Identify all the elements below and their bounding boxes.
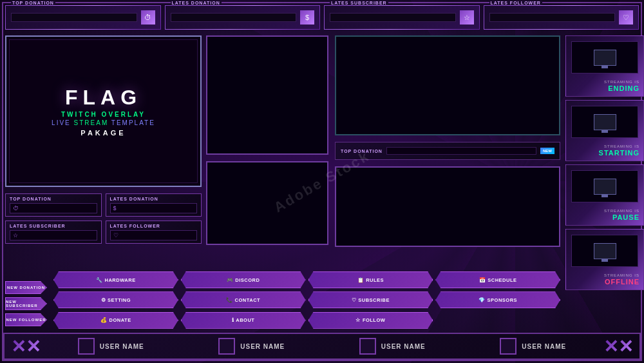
small-stat-label-0: TOP DONATION <box>10 197 97 201</box>
top-bars: TOP DONATION ⏱ LATES DONATION $ LATES SU… <box>5 5 639 30</box>
user-avatar-3 <box>359 338 376 355</box>
user-slot-4: USER NAME <box>500 338 566 355</box>
wrench-icon: 🔧 <box>96 277 103 283</box>
dollar-icon: $ <box>113 205 117 211</box>
new-badge-follower: NEW FOLLOWER <box>5 313 47 326</box>
schedule-icon: 📅 <box>479 277 486 283</box>
left-main-panel: FLAG TWITCH OVERLAY LIVE STREAM TEMPLATE… <box>5 35 202 187</box>
small-stat-lates-donation: LATES DONATION $ <box>106 193 202 217</box>
stat-bar-lates-follower: LATES FOLLOWER ♡ <box>484 5 639 30</box>
user-name-3: USER NAME <box>381 343 426 350</box>
new-badge-donation: NEW DONATION <box>5 281 47 294</box>
top-donation-new-badge: NEW <box>540 148 554 154</box>
stat-bar-icon-2: ☆ <box>460 10 474 25</box>
nav-btn-about-label: ABOUT <box>236 317 254 323</box>
new-badges-column: NEW DONATION NEW SUBSCRIBER NEW FOLLOWER <box>5 281 52 329</box>
top-donation-bar-label: TOP DONATION <box>341 149 383 153</box>
flag-line3: PAKAGE <box>52 129 155 137</box>
nav-btn-contact-label: CONTACT <box>235 297 261 303</box>
nav-btn-sponsors-label: SPONSORS <box>488 297 518 303</box>
offline-screen <box>571 235 638 267</box>
nav-btn-follow-label: FOLLOW <box>363 317 386 323</box>
flag-title: FLAG <box>52 86 155 110</box>
heart-sub-icon: ♡ <box>352 297 357 303</box>
flag-line2: LIVE STREAM TEMPLATE <box>52 119 155 126</box>
small-stats-row-1: TOP DONATION ⏱ LATES DONATION $ <box>5 193 202 217</box>
flag-line1: TWITCH OVERLAY <box>52 111 155 118</box>
streaming-offline-panel: STREAMING IS OFFLINE <box>565 229 644 290</box>
nav-btn-schedule[interactable]: 📅 SCHEDULE <box>435 271 560 288</box>
user-slot-2: USER NAME <box>218 338 285 355</box>
nav-btn-discord[interactable]: 🎮 DISCORD <box>181 271 306 288</box>
streaming-label-2: STREAMING IS <box>604 209 639 213</box>
streaming-ending-panel: STREAMING IS ENDING <box>565 35 644 97</box>
middle-panel-top <box>206 35 328 155</box>
nav-btn-discord-label: DISCORD <box>235 277 260 283</box>
nav-btn-hardware-label: HARDWARE <box>105 277 136 283</box>
starting-screen <box>571 106 638 138</box>
user-name-4: USER NAME <box>522 343 566 350</box>
star-follow-icon: ☆ <box>355 317 361 323</box>
monitor-icon-3 <box>594 179 616 195</box>
monitor-icon <box>594 50 616 66</box>
nav-buttons-grid: 🔧 HARDWARE 🎮 DISCORD 📋 RULES 📅 SCHEDULE … <box>53 271 560 329</box>
heart-icon: ♡ <box>113 232 118 239</box>
small-stat-input-2: ☆ <box>10 230 97 240</box>
nav-btn-sponsors[interactable]: 💎 SPONSORS <box>435 291 560 308</box>
nav-btn-about[interactable]: ℹ ABOUT <box>181 312 306 329</box>
nav-btn-hardware[interactable]: 🔧 HARDWARE <box>53 271 178 288</box>
user-avatar-2 <box>218 338 235 355</box>
info-icon: ℹ <box>232 317 234 323</box>
rules-icon: 📋 <box>357 277 365 283</box>
user-slot-1: USER NAME <box>78 338 144 355</box>
user-avatar-1 <box>78 338 95 355</box>
small-stat-label-1: LATES DONATION <box>110 197 198 201</box>
middle-panel-bottom <box>206 161 328 245</box>
stat-bar-inner-0 <box>11 13 137 22</box>
stat-bar-label-3: LATES FOLLOWER <box>489 1 542 5</box>
streaming-label-0: STREAMING IS <box>604 80 639 84</box>
star-icon: ☆ <box>13 232 18 239</box>
user-name-2: USER NAME <box>240 343 285 350</box>
diamond-icon: 💎 <box>478 297 486 303</box>
discord-icon: 🎮 <box>227 277 234 283</box>
top-donation-bar: TOP DONATION NEW <box>335 142 560 160</box>
phone-icon: 📞 <box>226 297 233 303</box>
stat-bar-inner-2 <box>330 13 456 22</box>
stat-bar-label-2: LATES SUBSCRIBER <box>330 1 388 5</box>
right-main-display <box>335 35 560 135</box>
right-main-display-2 <box>335 166 560 247</box>
user-avatar-4 <box>500 338 516 355</box>
nav-btn-contact[interactable]: 📞 CONTACT <box>181 291 306 308</box>
pause-screen <box>571 170 638 202</box>
small-stat-lates-subscriber: LATES SUBSCRIBER ☆ <box>5 221 102 244</box>
nav-btn-rules[interactable]: 📋 RULES <box>308 271 433 288</box>
small-stat-label-3: LATES FOLLOWER <box>110 224 198 228</box>
nav-btn-follow[interactable]: ☆ FOLLOW <box>308 312 433 329</box>
small-stat-input-0: ⏱ <box>10 203 97 213</box>
streaming-status-offline: OFFLINE <box>605 278 639 286</box>
flag-text: FLAG TWITCH OVERLAY LIVE STREAM TEMPLATE… <box>52 86 155 137</box>
donate-icon: 💰 <box>100 317 108 323</box>
nav-btn-setting[interactable]: ⚙ SETTING <box>53 291 178 308</box>
user-slot-3: USER NAME <box>359 338 426 355</box>
nav-btn-setting-label: SETTING <box>108 297 131 303</box>
streaming-pause-panel: STREAMING IS PAUSE <box>565 164 644 226</box>
streaming-status-ending: ENDING <box>608 84 639 92</box>
deco-x-right: ✕✕ <box>603 336 633 357</box>
small-stat-input-3: ♡ <box>110 230 198 240</box>
small-stats: TOP DONATION ⏱ LATES DONATION $ LATES SU… <box>5 193 202 248</box>
stat-bar-label-1: LATES DONATION <box>171 1 222 5</box>
stat-bar-lates-subscriber: LATES SUBSCRIBER ☆ <box>324 5 480 30</box>
streaming-label-3: STREAMING IS <box>604 273 639 278</box>
streaming-status-pause: PAUSE <box>612 213 639 221</box>
deco-x-left: ✕✕ <box>11 336 41 357</box>
stat-bar-icon-1: $ <box>300 10 314 25</box>
stat-bar-icon-3: ♡ <box>619 10 633 25</box>
far-right-panels: STREAMING IS ENDING STREAMING IS STARTIN… <box>565 35 644 293</box>
nav-btn-donate[interactable]: 💰 DONATE <box>53 312 178 329</box>
streaming-status-starting: STARTING <box>599 149 639 157</box>
gear-icon: ⚙ <box>101 297 106 303</box>
nav-btn-schedule-label: SCHEDULE <box>488 277 516 283</box>
nav-btn-subscribe[interactable]: ♡ SUBSCRIBE <box>308 291 433 308</box>
